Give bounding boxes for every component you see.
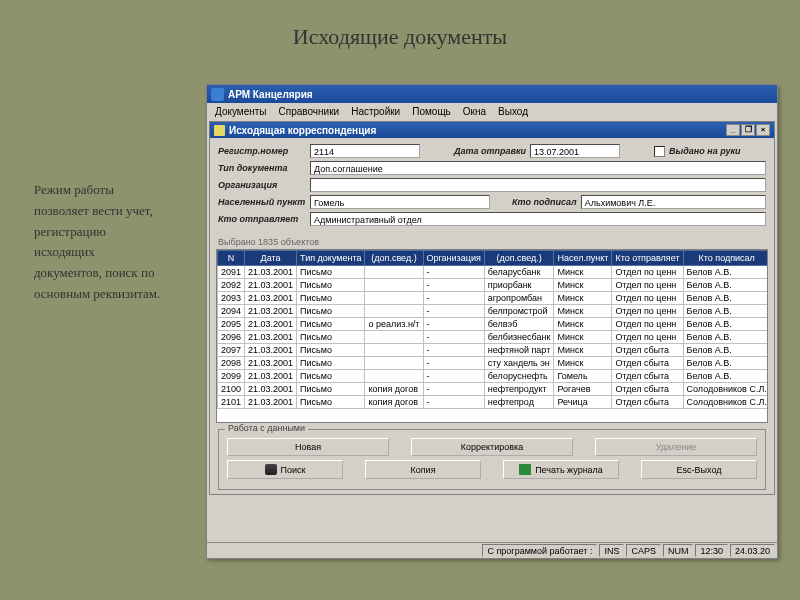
delete-button[interactable]: Удаление [595, 438, 757, 456]
child-title: Исходящая корреспонденция [229, 125, 376, 136]
handed-out-checkbox[interactable] [654, 146, 665, 157]
reg-number-label: Регистр.номер [218, 146, 306, 156]
selection-count: Выбрано 1835 объектов [218, 237, 774, 247]
column-header[interactable]: Насел.пункт [554, 251, 612, 266]
child-titlebar: Исходящая корреспонденция _ ❐ × [210, 122, 774, 138]
status-user-label: С программой работает : [482, 544, 597, 557]
status-date: 24.03.20 [730, 544, 775, 557]
column-header[interactable]: (доп.свед.) [484, 251, 554, 266]
child-window-icon [214, 125, 225, 136]
locality-label: Населенный пункт [218, 197, 306, 207]
menu-help[interactable]: Помощь [406, 106, 457, 117]
app-window: АРМ Канцелярия Документы Справочники Нас… [206, 84, 778, 559]
table-row[interactable]: 209721.03.2001Письмо-нефтяной партМинскО… [218, 344, 769, 357]
edit-button[interactable]: Корректировка [411, 438, 573, 456]
column-header[interactable]: (доп.свед.) [365, 251, 423, 266]
actions-panel: Работа с данными Новая Корректировка Уда… [218, 429, 766, 490]
sender-label: Кто отправляет [218, 214, 306, 224]
table-row[interactable]: 209821.03.2001Письмо-сту хандель энМинск… [218, 357, 769, 370]
status-ins: INS [599, 544, 624, 557]
org-label: Организация [218, 180, 306, 190]
new-button[interactable]: Новая [227, 438, 389, 456]
binoculars-icon [265, 464, 277, 475]
print-button[interactable]: Печать журнала [503, 460, 619, 479]
search-button[interactable]: Поиск [227, 460, 343, 479]
send-date-input[interactable]: 13.07.2001 [530, 144, 620, 158]
close-button[interactable]: × [756, 124, 770, 136]
doctype-label: Тип документа [218, 163, 306, 173]
handed-out-label: Выдано на руки [669, 146, 740, 156]
table-row[interactable]: 209621.03.2001Письмо-белбизнесбанкМинскО… [218, 331, 769, 344]
statusbar: С программой работает : INS CAPS NUM 12:… [207, 542, 777, 558]
column-header[interactable]: Кто отправляет [612, 251, 683, 266]
column-header[interactable]: Дата [245, 251, 297, 266]
column-header[interactable]: N [218, 251, 245, 266]
copy-button[interactable]: Копия [365, 460, 481, 479]
signed-label: Кто подписал [512, 197, 577, 207]
table-row[interactable]: 210021.03.2001Письмокопия догов-нефтепро… [218, 383, 769, 396]
actions-legend: Работа с данными [225, 423, 308, 433]
slide-title: Исходящие документы [0, 24, 800, 50]
exit-button[interactable]: Esc-Выход [641, 460, 757, 479]
slide-description: Режим работы позволяет вести учет, регис… [34, 180, 164, 305]
menu-references[interactable]: Справочники [273, 106, 346, 117]
app-title: АРМ Канцелярия [228, 89, 313, 100]
doctype-input[interactable]: Доп.соглашение [310, 161, 766, 175]
signed-input[interactable]: Альхимович Л.Е. [581, 195, 766, 209]
excel-icon [519, 464, 531, 475]
sender-input[interactable]: Административный отдел [310, 212, 766, 226]
table-row[interactable]: 209521.03.2001Письмоо реализ.н/т-белвэбМ… [218, 318, 769, 331]
org-input[interactable] [310, 178, 766, 192]
reg-number-input[interactable]: 2114 [310, 144, 420, 158]
column-header[interactable]: Кто подписал [683, 251, 768, 266]
table-row[interactable]: 209121.03.2001Письмо-беларусбанкМинскОтд… [218, 266, 769, 279]
table-row[interactable]: 209921.03.2001Письмо-белоруснефтьГомельО… [218, 370, 769, 383]
menu-documents[interactable]: Документы [209, 106, 273, 117]
table-row[interactable]: 209321.03.2001Письмо-агропромбанМинскОтд… [218, 292, 769, 305]
menubar: Документы Справочники Настройки Помощь О… [207, 103, 777, 119]
menu-exit[interactable]: Выход [492, 106, 534, 117]
app-titlebar: АРМ Канцелярия [207, 85, 777, 103]
locality-input[interactable]: Гомель [310, 195, 490, 209]
column-header[interactable]: Организация [423, 251, 484, 266]
data-grid[interactable]: NДатаТип документа(доп.свед.)Организация… [216, 249, 768, 423]
table-row[interactable]: 209221.03.2001Письмо-приорбанкМинскОтдел… [218, 279, 769, 292]
column-header[interactable]: Тип документа [297, 251, 365, 266]
menu-windows[interactable]: Окна [457, 106, 492, 117]
status-num: NUM [663, 544, 694, 557]
menu-settings[interactable]: Настройки [345, 106, 406, 117]
table-row[interactable]: 210121.03.2001Письмокопия догов-нефтепро… [218, 396, 769, 409]
child-window: Исходящая корреспонденция _ ❐ × Регистр.… [209, 121, 775, 495]
table-row[interactable]: 209421.03.2001Письмо-белпромстройМинскОт… [218, 305, 769, 318]
restore-button[interactable]: ❐ [741, 124, 755, 136]
send-date-label: Дата отправки [454, 146, 526, 156]
status-time: 12:30 [695, 544, 728, 557]
minimize-button[interactable]: _ [726, 124, 740, 136]
app-icon [211, 88, 224, 101]
status-caps: CAPS [626, 544, 661, 557]
